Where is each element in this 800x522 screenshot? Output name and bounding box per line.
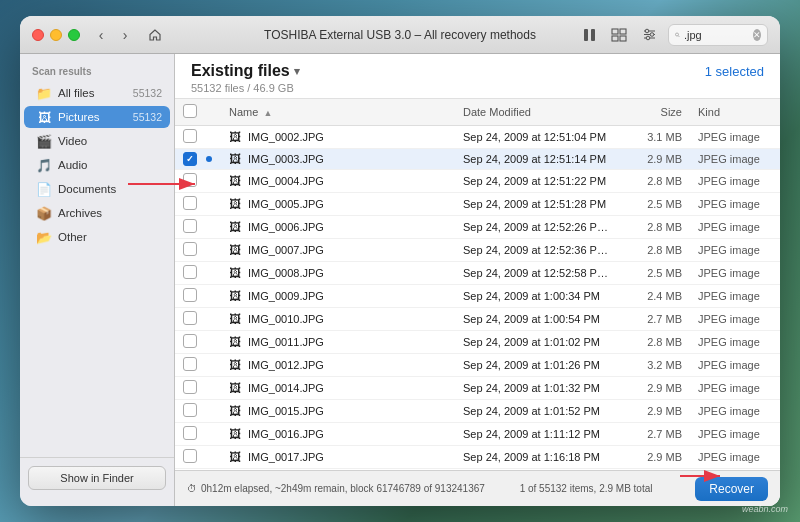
minimize-button[interactable]	[50, 29, 62, 41]
other-icon: 📂	[36, 229, 52, 245]
row-kind-cell: JPEG image	[690, 285, 780, 308]
header-kind-col[interactable]: Kind	[690, 99, 780, 126]
table-row[interactable]: 🖼 IMG_0012.JPG Sep 24, 2009 at 1:01:26 P…	[175, 354, 780, 377]
search-input[interactable]	[684, 29, 749, 41]
row-date-cell: Sep 24, 2009 at 1:01:26 PM	[455, 354, 630, 377]
row-checkbox-cell	[175, 400, 205, 423]
file-checkbox[interactable]	[183, 242, 197, 256]
row-date-cell: Sep 24, 2009 at 1:11:12 PM	[455, 423, 630, 446]
file-checkbox[interactable]	[183, 219, 197, 233]
table-row[interactable]: 🖼 IMG_0002.JPG Sep 24, 2009 at 12:51:04 …	[175, 126, 780, 149]
row-checkbox-cell	[175, 285, 205, 308]
all-files-count: 55132	[133, 87, 162, 99]
close-button[interactable]	[32, 29, 44, 41]
row-checkbox-cell	[175, 354, 205, 377]
sidebar-item-other[interactable]: 📂 Other	[24, 226, 170, 248]
row-name-cell: 🖼 IMG_0008.JPG	[221, 262, 455, 285]
file-type-icon: 🖼	[229, 266, 241, 280]
header-date-col[interactable]: Date Modified	[455, 99, 630, 126]
file-checkbox[interactable]	[183, 357, 197, 371]
row-size-cell: 2.7 MB	[630, 308, 690, 331]
title-dropdown-icon[interactable]: ▾	[294, 65, 300, 78]
sidebar-item-archives[interactable]: 📦 Archives	[24, 202, 170, 224]
row-indicator-cell	[205, 239, 221, 262]
file-type-icon: 🖼	[229, 404, 241, 418]
file-checkbox[interactable]	[183, 288, 197, 302]
table-row[interactable]: 🖼 IMG_0017.JPG Sep 24, 2009 at 1:16:18 P…	[175, 446, 780, 469]
file-checkbox[interactable]	[183, 403, 197, 417]
row-size-cell: 2.9 MB	[630, 377, 690, 400]
home-button[interactable]	[144, 24, 166, 46]
settings-icon[interactable]	[638, 24, 660, 46]
file-checkbox[interactable]	[183, 196, 197, 210]
file-checkbox[interactable]	[183, 449, 197, 463]
row-indicator-cell	[205, 193, 221, 216]
file-checkbox[interactable]	[183, 152, 197, 166]
search-box: ✕	[668, 24, 768, 46]
table-row[interactable]: 🖼 IMG_0005.JPG Sep 24, 2009 at 12:51:28 …	[175, 193, 780, 216]
table-row[interactable]: 🖼 IMG_0011.JPG Sep 24, 2009 at 1:01:02 P…	[175, 331, 780, 354]
file-table-container[interactable]: Name ▲ Date Modified Size Kind	[175, 99, 780, 470]
archives-label: Archives	[58, 207, 162, 219]
header-size-col[interactable]: Size	[630, 99, 690, 126]
row-kind-cell: JPEG image	[690, 193, 780, 216]
table-row[interactable]: 🖼 IMG_0008.JPG Sep 24, 2009 at 12:52:58 …	[175, 262, 780, 285]
row-name-cell: 🖼 IMG_0012.JPG	[221, 354, 455, 377]
file-type-icon: 🖼	[229, 312, 241, 326]
table-row[interactable]: 🖼 IMG_0016.JPG Sep 24, 2009 at 1:11:12 P…	[175, 423, 780, 446]
back-button[interactable]: ‹	[90, 24, 112, 46]
file-checkbox[interactable]	[183, 311, 197, 325]
other-label: Other	[58, 231, 162, 243]
file-checkbox[interactable]	[183, 334, 197, 348]
search-icon	[675, 30, 680, 40]
forward-button[interactable]: ›	[114, 24, 136, 46]
sidebar-item-all-files[interactable]: 📁 All files 55132	[24, 82, 170, 104]
sidebar-bottom: Show in Finder	[20, 457, 174, 498]
table-row[interactable]: 🖼 IMG_0010.JPG Sep 24, 2009 at 1:00:54 P…	[175, 308, 780, 331]
file-checkbox[interactable]	[183, 380, 197, 394]
pictures-count: 55132	[133, 111, 162, 123]
header-name-col[interactable]: Name ▲	[221, 99, 455, 126]
show-in-finder-button[interactable]: Show in Finder	[28, 466, 166, 490]
table-row[interactable]: 🖼 IMG_0004.JPG Sep 24, 2009 at 12:51:22 …	[175, 170, 780, 193]
row-checkbox-cell	[175, 331, 205, 354]
file-type-icon: 🖼	[229, 381, 241, 395]
search-clear-button[interactable]: ✕	[753, 29, 761, 41]
pause-button[interactable]	[578, 24, 600, 46]
row-checkbox-cell	[175, 308, 205, 331]
view-options-icon[interactable]	[608, 24, 630, 46]
video-label: Video	[58, 135, 162, 147]
file-name: IMG_0006.JPG	[248, 221, 324, 233]
scan-results-label: Scan results	[20, 62, 174, 81]
table-row[interactable]: 🖼 IMG_0009.JPG Sep 24, 2009 at 1:00:34 P…	[175, 285, 780, 308]
sidebar-item-documents[interactable]: 📄 Documents	[24, 178, 170, 200]
file-checkbox[interactable]	[183, 265, 197, 279]
table-row[interactable]: 🖼 IMG_0006.JPG Sep 24, 2009 at 12:52:26 …	[175, 216, 780, 239]
table-row[interactable]: 🖼 IMG_0015.JPG Sep 24, 2009 at 1:01:52 P…	[175, 400, 780, 423]
row-kind-cell: JPEG image	[690, 308, 780, 331]
file-checkbox[interactable]	[183, 426, 197, 440]
row-date-cell: Sep 24, 2009 at 1:01:32 PM	[455, 377, 630, 400]
table-row[interactable]: 🖼 IMG_0003.JPG Sep 24, 2009 at 12:51:14 …	[175, 149, 780, 170]
file-checkbox[interactable]	[183, 173, 197, 187]
row-kind-cell: JPEG image	[690, 149, 780, 170]
table-row[interactable]: 🖼 IMG_0007.JPG Sep 24, 2009 at 12:52:36 …	[175, 239, 780, 262]
sidebar-item-audio[interactable]: 🎵 Audio	[24, 154, 170, 176]
sidebar: Scan results 📁 All files 55132 🖼 Picture…	[20, 54, 175, 506]
file-name: IMG_0011.JPG	[248, 336, 324, 348]
pictures-label: Pictures	[58, 111, 127, 123]
table-row[interactable]: 🖼 IMG_0014.JPG Sep 24, 2009 at 1:01:32 P…	[175, 377, 780, 400]
row-checkbox-cell	[175, 239, 205, 262]
file-checkbox[interactable]	[183, 129, 197, 143]
row-size-cell: 2.9 MB	[630, 149, 690, 170]
select-all-checkbox[interactable]	[183, 104, 197, 118]
main-window: ‹ › TOSHIBA External USB 3.0 – All recov…	[20, 16, 780, 506]
content-title-row: Existing files ▾ 1 selected	[191, 62, 764, 80]
recover-button[interactable]: Recover	[695, 477, 768, 501]
row-kind-cell: JPEG image	[690, 216, 780, 239]
maximize-button[interactable]	[68, 29, 80, 41]
main-body: Scan results 📁 All files 55132 🖼 Picture…	[20, 54, 780, 506]
sidebar-item-pictures[interactable]: 🖼 Pictures 55132	[24, 106, 170, 128]
sidebar-item-video[interactable]: 🎬 Video	[24, 130, 170, 152]
row-kind-cell: JPEG image	[690, 423, 780, 446]
